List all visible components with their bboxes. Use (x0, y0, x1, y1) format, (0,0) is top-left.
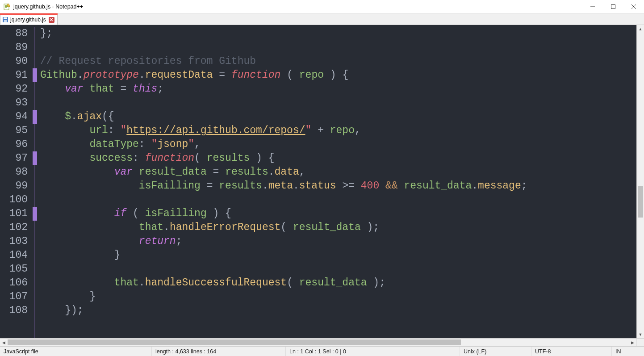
code-line[interactable]: } (40, 290, 636, 304)
svg-rect-5 (611, 4, 615, 8)
scroll-right-icon[interactable]: ▶ (629, 339, 636, 346)
code-line[interactable]: dataType: "jsonp", (40, 138, 636, 151)
svg-rect-10 (4, 20, 7, 22)
app-icon (4, 3, 11, 10)
svg-rect-9 (4, 17, 7, 19)
line-number-gutter: 8889909192939495969798991001011021031041… (0, 25, 31, 338)
code-line[interactable]: that.handleErrorRequest( result_data ); (40, 221, 636, 235)
status-insert: IN (612, 347, 644, 356)
code-line[interactable]: isFailling = results.meta.status >= 400 … (40, 179, 636, 193)
file-tab[interactable]: jquery.github.js (0, 14, 58, 25)
code-line[interactable]: $.ajax({ (40, 110, 636, 124)
vertical-scrollbar[interactable]: ▲ ▼ (636, 25, 644, 338)
tab-bar: jquery.github.js (0, 13, 644, 25)
code-line[interactable]: var that = this; (40, 82, 636, 96)
code-line[interactable]: return; (40, 235, 636, 248)
minimize-button[interactable] (582, 0, 603, 13)
fold-column[interactable] (31, 25, 38, 338)
line-number: 96 (0, 138, 28, 151)
line-number: 99 (0, 179, 28, 193)
code-line[interactable] (40, 96, 636, 110)
fold-marker-icon[interactable] (33, 110, 37, 124)
status-position: Ln : 1 Col : 1 Sel : 0 | 0 (286, 347, 460, 356)
line-number: 102 (0, 221, 28, 235)
fold-marker-icon[interactable] (33, 68, 37, 82)
line-number: 105 (0, 262, 28, 276)
code-line[interactable]: }); (40, 304, 636, 318)
code-line[interactable] (40, 262, 636, 276)
line-number: 97 (0, 151, 28, 165)
code-line[interactable] (40, 41, 636, 54)
status-length: length : 4,633 lines : 164 (152, 347, 286, 356)
editor[interactable]: 8889909192939495969798991001011021031041… (0, 25, 644, 338)
svg-rect-3 (5, 7, 7, 8)
close-button[interactable] (623, 0, 644, 13)
code-line[interactable]: if ( isFailling ) { (40, 207, 636, 221)
code-line[interactable]: }; (40, 27, 636, 41)
scroll-left-icon[interactable]: ◀ (0, 339, 8, 346)
scroll-up-icon[interactable]: ▲ (637, 25, 644, 33)
code-line[interactable] (40, 193, 636, 207)
line-number: 107 (0, 290, 28, 304)
save-icon (2, 17, 8, 23)
line-number: 91 (0, 68, 28, 82)
line-number: 101 (0, 207, 28, 221)
code-line[interactable]: that.handleSuccessfulRequest( result_dat… (40, 276, 636, 290)
status-encoding: UTF-8 (531, 347, 612, 356)
code-line[interactable]: var result_data = results.data, (40, 165, 636, 179)
code-line[interactable]: // Request repositories from Github (40, 54, 636, 68)
close-tab-icon[interactable] (49, 17, 54, 23)
line-number: 103 (0, 235, 28, 248)
fold-marker-icon[interactable] (33, 151, 37, 165)
line-number: 89 (0, 41, 28, 54)
line-number: 94 (0, 110, 28, 124)
line-number: 104 (0, 248, 28, 262)
status-bar: JavaScript file length : 4,633 lines : 1… (0, 346, 644, 356)
tab-filename: jquery.github.js (10, 17, 46, 23)
titlebar: jquery.github.js - Notepad++ (0, 0, 644, 13)
horizontal-scrollbar[interactable]: ◀ ▶ (0, 338, 644, 346)
window-title: jquery.github.js - Notepad++ (13, 4, 582, 10)
maximize-button[interactable] (603, 0, 623, 13)
code-line[interactable]: } (40, 248, 636, 262)
line-number: 106 (0, 276, 28, 290)
line-number: 88 (0, 27, 28, 41)
line-number: 98 (0, 165, 28, 179)
line-number: 90 (0, 54, 28, 68)
scroll-down-icon[interactable]: ▼ (637, 331, 644, 338)
line-number: 93 (0, 96, 28, 110)
code-line[interactable]: Github.prototype.requestData = function … (40, 68, 636, 82)
line-number: 108 (0, 304, 28, 318)
svg-rect-2 (5, 6, 8, 7)
code-line[interactable]: success: function( results ) { (40, 151, 636, 165)
line-number: 92 (0, 82, 28, 96)
status-eol: Unix (LF) (460, 347, 531, 356)
status-filetype: JavaScript file (0, 347, 152, 356)
code-line[interactable]: url: "https://api.github.com/repos/" + r… (40, 124, 636, 138)
horizontal-scroll-thumb[interactable] (8, 339, 461, 345)
line-number: 100 (0, 193, 28, 207)
code-area[interactable]: };// Request repositories from GithubGit… (38, 25, 636, 338)
line-number: 95 (0, 124, 28, 138)
vertical-scroll-thumb[interactable] (638, 186, 643, 218)
fold-marker-icon[interactable] (33, 207, 37, 221)
